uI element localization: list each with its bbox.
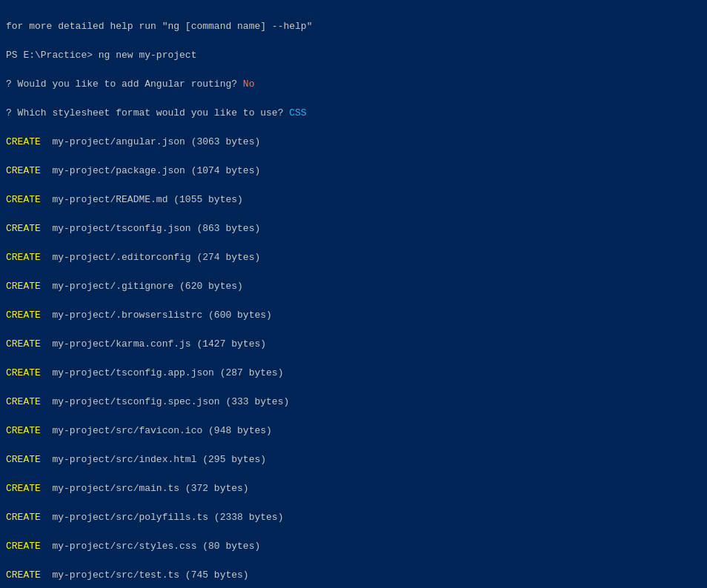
create-test-ts: my-project/src/test.ts (745 bytes) (47, 569, 249, 581)
create-polyfills: my-project/src/polyfills.ts (2338 bytes) (47, 512, 284, 523)
question-routing: ? Would you like to add Angular routing?… (6, 78, 254, 90)
terminal-output: for more detailed help run "ng [command … (6, 4, 701, 588)
prompt-line: PS E:\Practice> ng new my-project (6, 50, 196, 61)
create-editorconfig: my-project/.editorconfig (274 bytes) (47, 252, 261, 263)
create-tsconfig: my-project/tsconfig.json (863 bytes) (47, 223, 261, 234)
create-browserslistrc: my-project/.browserslistrc (600 bytes) (47, 310, 272, 321)
create-gitignore: my-project/.gitignore (620 bytes) (47, 281, 243, 292)
create-index-html: my-project/src/index.html (295 bytes) (47, 454, 266, 465)
create-package-json: my-project/package.json (1074 bytes) (47, 165, 261, 176)
create-tsconfig-app: my-project/tsconfig.app.json (287 bytes) (47, 367, 284, 378)
create-styles-css: my-project/src/styles.css (80 bytes) (47, 541, 261, 552)
create-tsconfig-spec: my-project/tsconfig.spec.json (333 bytes… (47, 396, 290, 407)
create-angular-json: my-project/angular.json (3063 bytes) (47, 136, 261, 147)
create-readme: my-project/README.md (1055 bytes) (47, 194, 243, 205)
info-line: for more detailed help run "ng [command … (6, 21, 312, 32)
create-karma: my-project/karma.conf.js (1427 bytes) (47, 338, 266, 350)
create-main-ts: my-project/src/main.ts (372 bytes) (47, 483, 249, 494)
create-favicon: my-project/src/favicon.ico (948 bytes) (47, 425, 272, 436)
question-stylesheet: ? Which stylesheet format would you like… (6, 107, 307, 118)
